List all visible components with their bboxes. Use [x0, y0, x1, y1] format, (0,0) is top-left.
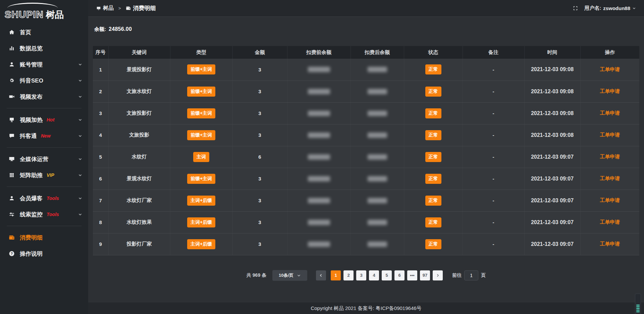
cell-remark: -: [463, 59, 524, 81]
cell-balance-after: [351, 59, 404, 81]
cell-remark: -: [463, 102, 524, 124]
main-content: 余额:24856.00 序号 关键词 类型 金额 扣费前余额 扣费后余额 状态 …: [88, 17, 644, 302]
browser-extension-widget[interactable]: [635, 294, 641, 314]
cell-index: 8: [93, 211, 108, 233]
work-order-link[interactable]: 工单申请: [600, 175, 620, 181]
sidebar-item-home[interactable]: 首页: [0, 24, 88, 40]
work-order-link[interactable]: 工单申请: [600, 132, 620, 138]
cell-amount: 3: [232, 59, 287, 81]
goto-unit: 页: [481, 272, 486, 278]
chevron-down-icon: [78, 62, 82, 66]
sidebar-item-label: 会员爆客: [20, 195, 43, 202]
work-order-link[interactable]: 工单申请: [600, 88, 620, 94]
cell-status: 正常: [404, 81, 463, 102]
sidebar-menu: 首页 数据总览 账号管理 抖音SEO 视频发布 视频加热 Hot: [0, 24, 88, 262]
cell-keyword: 景观投影灯: [108, 59, 170, 81]
page-button-3[interactable]: 3: [356, 270, 366, 280]
col-amount: 金额: [232, 46, 287, 59]
sidebar-item-label: 全媒体运营: [20, 155, 48, 163]
consumption-table: 序号 关键词 类型 金额 扣费前余额 扣费后余额 状态 备注 时间 操作 1 景…: [93, 46, 639, 255]
col-remark: 备注: [463, 46, 524, 59]
goto-page-input[interactable]: [464, 270, 478, 280]
sidebar: SHUPIN 树品 首页 数据总览 账号管理 抖音SEO 视频发布: [0, 0, 88, 314]
page-button-1[interactable]: 1: [331, 270, 341, 280]
sidebar-item-douketong[interactable]: 抖客通 New: [0, 128, 88, 144]
table-row: 2 文旅水纹灯 前缀+主词 3 正常 - 2021-12-03 09:08 工单…: [93, 81, 639, 102]
chevron-down-icon: [78, 173, 82, 177]
page-button-5[interactable]: 5: [382, 270, 392, 280]
cell-index: 1: [93, 59, 108, 81]
page-button-2[interactable]: 2: [343, 270, 354, 280]
sidebar-item-video-heating[interactable]: 视频加热 Hot: [0, 112, 88, 128]
status-badge: 正常: [425, 217, 441, 227]
cell-balance-after: [351, 168, 404, 190]
cell-status: 正常: [404, 211, 463, 233]
cell-type: 主词+后缀: [170, 233, 232, 255]
copyright-text: Copyright 树品 2021 备案号: 粤ICP备09019646号: [311, 305, 421, 311]
cell-balance-after: [351, 233, 404, 255]
sliders-icon: [9, 211, 15, 217]
cell-type: 主词: [170, 146, 232, 168]
sidebar-item-account-management[interactable]: 账号管理: [0, 56, 88, 72]
balance-value: 24856.00: [109, 26, 132, 32]
work-order-link[interactable]: 工单申请: [600, 219, 620, 225]
masked-balance-before: [308, 242, 330, 247]
type-badge: 前缀+主词: [187, 108, 215, 118]
sidebar-item-clue-monitor[interactable]: 线索监控 Tools: [0, 206, 88, 222]
cell-balance-before: [287, 211, 351, 233]
logo-text-cn: 树品: [46, 9, 64, 21]
footer: Copyright 树品 2021 备案号: 粤ICP备09019646号: [88, 302, 644, 314]
prev-page-button[interactable]: [316, 270, 326, 280]
user-icon: [9, 61, 15, 67]
type-badge: 前缀+主词: [187, 87, 215, 97]
cell-type: 前缀+主词: [170, 124, 232, 146]
masked-balance-after: [368, 111, 387, 116]
sidebar-item-label: 抖音SEO: [20, 77, 43, 85]
masked-balance-before: [308, 220, 330, 225]
page-button-6[interactable]: 6: [394, 270, 405, 280]
breadcrumb-root[interactable]: 树品: [103, 5, 114, 12]
cell-remark: -: [463, 81, 524, 102]
sidebar-item-label: 抖客通: [20, 132, 37, 140]
sidebar-item-video-publish[interactable]: 视频发布: [0, 89, 88, 105]
cell-status: 正常: [404, 168, 463, 190]
status-badge: 正常: [425, 174, 441, 184]
wallet-icon: [126, 6, 131, 11]
sidebar-divider: [7, 108, 82, 108]
type-badge: 主词: [193, 152, 209, 162]
table-row: 8 水纹灯效果 主词+后缀 3 正常 - 2021-12-03 09:07 工单…: [93, 211, 639, 233]
chevron-down-icon: [78, 118, 82, 122]
page-ellipsis-button[interactable]: •••: [407, 270, 417, 280]
table-row: 9 投影灯厂家 主词+后缀 3 正常 - 2021-12-03 09:07 工单…: [93, 233, 639, 255]
sidebar-item-label: 消费明细: [20, 234, 43, 242]
work-order-link[interactable]: 工单申请: [600, 66, 620, 72]
sidebar-item-member-leads[interactable]: 会员爆客 Tools: [0, 190, 88, 206]
page-size-select[interactable]: 10条/页: [272, 270, 307, 281]
sidebar-item-label: 操作说明: [20, 250, 43, 258]
sidebar-item-consumption-details[interactable]: 消费明细: [0, 229, 88, 246]
next-page-button[interactable]: [433, 270, 443, 280]
work-order-link[interactable]: 工单申请: [600, 154, 620, 159]
sidebar-item-omni-media[interactable]: 全媒体运营: [0, 151, 88, 167]
cell-keyword: 景观水纹灯: [108, 168, 170, 190]
sidebar-item-data-overview[interactable]: 数据总览: [0, 40, 88, 56]
page-button-4[interactable]: 4: [369, 270, 379, 280]
sidebar-divider: [7, 147, 82, 148]
work-order-link[interactable]: 工单申请: [600, 241, 620, 247]
cell-type: 主词+后缀: [170, 211, 232, 233]
work-order-link[interactable]: 工单申请: [600, 110, 620, 116]
user-menu[interactable]: 用户名: zswodun88: [584, 5, 636, 11]
widget-bar: [636, 306, 640, 307]
type-badge: 主词+后缀: [187, 196, 215, 206]
fullscreen-icon[interactable]: [573, 5, 578, 11]
status-badge: 正常: [425, 130, 441, 140]
sidebar-item-instructions[interactable]: ? 操作说明: [0, 246, 88, 262]
table-row: 5 水纹灯 主词 6 正常 - 2021-12-03 09:07 工单申请: [93, 146, 639, 168]
cell-index: 2: [93, 81, 108, 102]
cell-time: 2021-12-03 09:07: [524, 233, 580, 255]
page-button-97[interactable]: 97: [420, 270, 430, 280]
sidebar-item-matrix-boost[interactable]: 矩阵助推 VIP: [0, 167, 88, 183]
work-order-link[interactable]: 工单申请: [600, 197, 620, 203]
sidebar-item-douyin-seo[interactable]: 抖音SEO: [0, 72, 88, 89]
status-badge: 正常: [425, 239, 441, 249]
